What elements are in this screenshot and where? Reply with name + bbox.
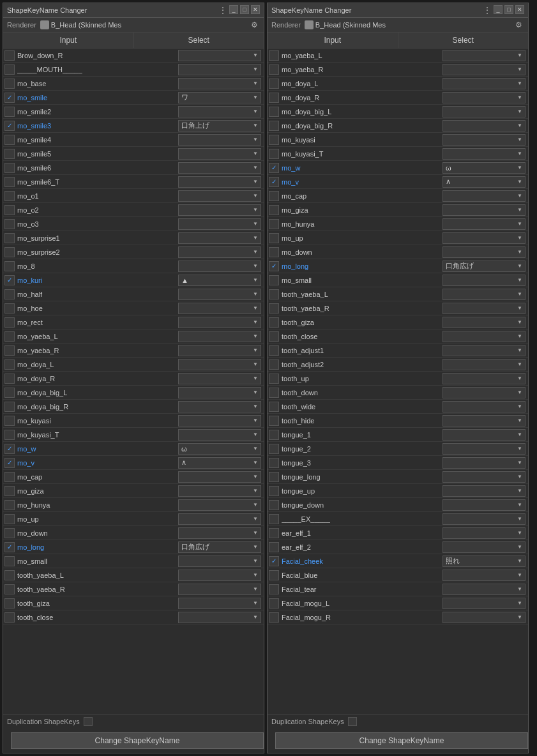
row-checkbox[interactable] (269, 93, 279, 103)
row-checkbox[interactable] (4, 149, 15, 159)
row-checkbox[interactable] (269, 135, 279, 145)
row-checkbox[interactable]: ✓ (4, 444, 15, 454)
row-dropdown[interactable]: ▼ (178, 499, 261, 511)
row-dropdown[interactable]: 口角広げ ▼ (442, 261, 526, 272)
row-dropdown[interactable]: ▼ (442, 612, 526, 623)
row-dropdown[interactable]: ▼ (178, 176, 261, 188)
row-dropdown[interactable]: ▼ (442, 387, 526, 398)
row-checkbox[interactable] (4, 416, 15, 426)
row-checkbox[interactable] (269, 472, 279, 482)
row-dropdown[interactable]: ▼ (442, 457, 526, 469)
row-dropdown[interactable]: ▼ (178, 485, 261, 497)
row-checkbox[interactable]: ✓ (269, 163, 279, 173)
row-dropdown[interactable]: ▼ (442, 246, 526, 258)
row-dropdown[interactable]: ▼ (178, 556, 261, 567)
row-dropdown[interactable]: ▼ (178, 331, 261, 342)
row-checkbox[interactable]: ✓ (269, 261, 279, 271)
row-dropdown[interactable]: ワ ▼ (178, 92, 261, 103)
row-dropdown[interactable]: ▼ (178, 204, 261, 216)
row-dropdown[interactable]: ▼ (178, 134, 261, 146)
row-dropdown[interactable]: ▼ (442, 78, 526, 89)
row-dropdown[interactable]: ▼ (178, 232, 261, 244)
row-checkbox[interactable] (269, 374, 279, 384)
row-dropdown[interactable]: ▼ (442, 345, 526, 356)
row-dropdown[interactable]: ▼ (178, 303, 261, 314)
row-checkbox[interactable] (269, 458, 279, 468)
row-checkbox[interactable]: ✓ (4, 121, 15, 131)
row-checkbox[interactable] (4, 486, 15, 496)
row-checkbox[interactable] (4, 374, 15, 384)
row-checkbox[interactable] (269, 331, 279, 342)
row-checkbox[interactable] (269, 219, 279, 229)
row-checkbox[interactable] (4, 261, 15, 271)
row-dropdown[interactable]: ▼ (178, 148, 261, 160)
row-checkbox[interactable] (4, 79, 15, 89)
row-checkbox[interactable] (4, 570, 15, 580)
row-dropdown[interactable]: ▼ (178, 289, 261, 300)
row-checkbox[interactable] (4, 500, 15, 510)
row-checkbox[interactable] (269, 149, 279, 159)
row-dropdown[interactable]: ▼ (178, 345, 261, 356)
row-dropdown[interactable]: ω ▼ (178, 443, 261, 455)
row-dropdown[interactable]: ▼ (178, 415, 261, 427)
row-checkbox[interactable] (4, 135, 15, 145)
row-dropdown[interactable]: ▼ (178, 373, 261, 384)
row-checkbox[interactable]: ✓ (269, 556, 279, 566)
row-checkbox[interactable] (269, 528, 279, 538)
row-checkbox[interactable] (4, 598, 15, 609)
change-shape-key-name-button[interactable]: Change ShapeKeyName (275, 732, 528, 749)
row-dropdown[interactable]: ▼ (178, 190, 261, 202)
row-checkbox[interactable] (269, 79, 279, 89)
row-checkbox[interactable] (269, 542, 279, 552)
row-checkbox[interactable]: ✓ (4, 542, 15, 552)
row-checkbox[interactable] (269, 584, 279, 594)
row-checkbox[interactable] (269, 514, 279, 524)
row-dropdown[interactable]: ▼ (442, 401, 526, 412)
row-dropdown[interactable]: ▼ (178, 317, 261, 328)
header-select[interactable]: Select (398, 33, 529, 48)
row-dropdown[interactable]: ▼ (178, 387, 261, 398)
row-checkbox[interactable] (269, 598, 279, 609)
row-checkbox[interactable] (269, 416, 279, 426)
row-dropdown[interactable]: ▼ (442, 106, 526, 117)
row-checkbox[interactable] (4, 289, 15, 299)
row-dropdown[interactable]: ▼ (442, 275, 526, 286)
row-checkbox[interactable] (269, 64, 279, 75)
row-dropdown[interactable]: ∧ ▼ (178, 457, 261, 469)
row-dropdown[interactable]: ▼ (442, 373, 526, 384)
row-checkbox[interactable] (4, 359, 15, 370)
settings-icon[interactable]: ⚙ (251, 20, 260, 29)
row-checkbox[interactable] (269, 247, 279, 257)
row-checkbox[interactable]: ✓ (4, 275, 15, 285)
row-checkbox[interactable] (269, 500, 279, 510)
row-checkbox[interactable] (269, 121, 279, 131)
row-dropdown[interactable]: ▼ (442, 541, 526, 553)
row-dropdown[interactable]: 口角広げ ▼ (178, 541, 261, 553)
row-dropdown[interactable]: ω ▼ (442, 162, 526, 174)
row-checkbox[interactable] (4, 177, 15, 187)
row-checkbox[interactable] (4, 528, 15, 538)
row-dropdown[interactable]: ▼ (178, 64, 261, 75)
row-dropdown[interactable]: ▼ (442, 584, 526, 595)
maximize-button[interactable]: □ (504, 5, 513, 14)
row-checkbox[interactable] (269, 191, 279, 201)
row-dropdown[interactable]: ▼ (442, 415, 526, 427)
row-dropdown[interactable]: ▼ (442, 513, 526, 525)
row-checkbox[interactable] (4, 430, 15, 440)
row-dropdown[interactable]: ▼ (442, 359, 526, 370)
minimize-button[interactable]: _ (494, 5, 503, 14)
row-dropdown[interactable]: ∧ ▼ (442, 176, 526, 188)
row-dropdown[interactable]: ▼ (442, 120, 526, 132)
row-dropdown[interactable]: ▼ (442, 232, 526, 244)
row-dropdown[interactable]: ▼ (178, 612, 261, 623)
row-checkbox[interactable] (269, 275, 279, 285)
row-dropdown[interactable]: ▼ (442, 471, 526, 483)
row-dropdown[interactable]: ▼ (442, 50, 526, 61)
row-checkbox[interactable] (4, 402, 15, 412)
row-dropdown[interactable]: ▼ (442, 134, 526, 146)
row-dropdown[interactable]: ▼ (178, 246, 261, 258)
row-dropdown[interactable]: ▼ (178, 401, 261, 412)
change-shape-key-name-button[interactable]: Change ShapeKeyName (11, 732, 264, 749)
row-checkbox[interactable] (4, 191, 15, 201)
row-dropdown[interactable]: ▼ (442, 190, 526, 202)
